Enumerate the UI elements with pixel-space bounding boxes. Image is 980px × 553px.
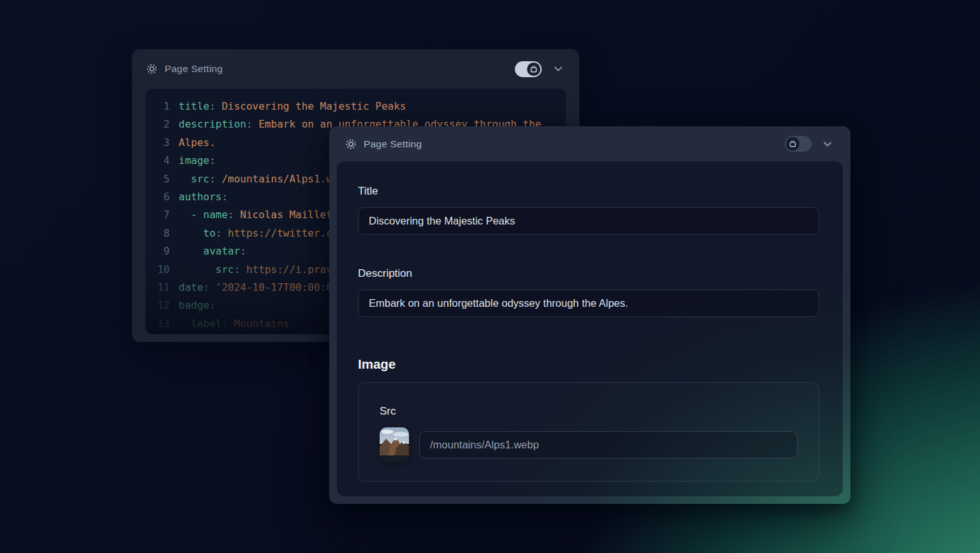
line-number: 9 [153,242,170,260]
line-number: 10 [153,261,170,279]
code-text: date: '2024-10-17T00:00:0 [179,279,332,297]
code-text: image: [179,152,216,170]
code-text: Alpes. [179,134,216,152]
chevron-down-icon[interactable] [553,64,564,73]
line-number: 4 [153,152,170,170]
code-text: title: Discovering the Majestic Peaks [179,98,406,115]
desktop-background: Page Setting 1title: [0,0,980,553]
code-text: src: https://i.prav [179,261,332,279]
page-setting-panel-form: Page Setting Title [329,126,850,504]
code-text: authors: [179,188,228,206]
title-label: Title [358,184,819,198]
yaml-mode-toggle[interactable] [515,61,542,77]
image-src-input[interactable] [419,431,798,459]
description-label: Description [358,267,819,281]
chevron-down-icon[interactable] [822,140,833,149]
code-text: badge: [179,297,216,314]
panel-header: Page Setting [132,49,579,89]
line-number: 2 [153,115,170,133]
yaml-mode-toggle[interactable] [785,136,812,152]
image-fieldset: Src [358,382,819,482]
line-number: 12 [153,297,170,314]
description-input[interactable] [358,290,819,317]
image-section-heading: Image [358,357,819,372]
line-number: 6 [153,188,170,206]
src-label: Src [380,404,798,418]
code-text: avatar: [179,242,246,260]
line-number: 3 [153,134,170,152]
toggle-knob [786,137,799,151]
line-number: 7 [153,206,170,224]
line-number: 13 [153,315,170,333]
gear-icon [345,138,357,150]
panel-header: Page Setting [329,126,850,161]
page-setting-form: Title Description Image Src [337,161,843,496]
code-text: src: /mountains/Alps1.w [179,170,332,188]
toggle-knob [527,63,540,76]
line-number: 5 [153,170,170,188]
code-line: 1title: Discovering the Majestic Peaks [153,98,566,115]
gear-icon [146,63,158,75]
title-input[interactable] [358,207,819,235]
panel-title: Page Setting [165,63,223,75]
code-text: label: Mountains [179,315,289,333]
line-number: 1 [153,98,170,115]
image-thumbnail[interactable] [380,427,409,462]
line-number: 8 [153,225,170,242]
panel-title: Page Setting [364,138,422,150]
code-text: - name: Nicolas Maillet [179,206,332,224]
code-text: to: https://twitter.c [179,225,332,242]
line-number: 11 [153,279,170,297]
